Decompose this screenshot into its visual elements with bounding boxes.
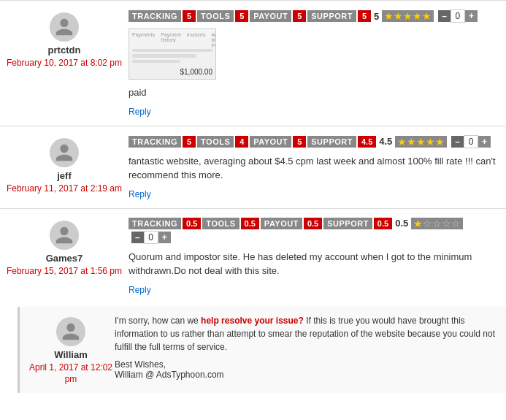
review-content: TRACKING0.5TOOLS0.5PAYOUT0.5SUPPORT0.50.… [123, 218, 500, 295]
vote-controls: –0+ [451, 135, 491, 148]
author-column: Games7February 15, 2017 at 1:56 pm [6, 218, 123, 295]
rating-label-tracking: TRACKING [129, 136, 181, 148]
avatar [50, 12, 79, 42]
rating-label-tracking: TRACKING [129, 10, 181, 22]
overall-score: 0.5 [395, 218, 408, 229]
screenshot-thumbnail: PaymentsPayment historyInvoicesAdd billi… [129, 28, 216, 80]
rating-value-tools: 5 [235, 10, 248, 22]
reply-author-column: WilliamApril 1, 2017 at 12:02 pm [27, 314, 115, 386]
author-date: February 11, 2017 at 2:19 am [7, 183, 122, 195]
review-content: TRACKING5TOOLS4PAYOUT5SUPPORT4.54.5★★★★★… [123, 135, 500, 199]
avatar [50, 221, 79, 250]
author-column: jeffFebruary 11, 2017 at 2:19 am [6, 135, 123, 199]
reply-author-date: April 1, 2017 at 12:02 pm [27, 362, 115, 386]
reply-link[interactable]: Reply [129, 189, 151, 199]
review-content: TRACKING5TOOLS5PAYOUT5SUPPORT55★★★★★–0+ … [123, 9, 500, 117]
rating-bar: TRACKING0.5TOOLS0.5PAYOUT0.5SUPPORT0.50.… [129, 218, 500, 244]
review-item: Games7February 15, 2017 at 1:56 pmTRACKI… [0, 208, 506, 304]
vote-plus-button[interactable]: + [158, 232, 171, 243]
vote-plus-button[interactable]: + [478, 136, 491, 148]
rating-label-payout: PAYOUT [250, 136, 291, 148]
rating-bar: TRACKING5TOOLS5PAYOUT5SUPPORT55★★★★★–0+ [129, 9, 500, 23]
vote-minus-button[interactable]: – [131, 232, 144, 243]
overall-score: 5 [374, 11, 379, 22]
vote-minus-button[interactable]: – [438, 10, 451, 22]
reply-content: I'm sorry, how can we help resolve your … [115, 314, 499, 386]
review-text: paid [129, 85, 500, 100]
review-item: jeffFebruary 11, 2017 at 2:19 amTRACKING… [0, 126, 506, 208]
rating-label-support: SUPPORT [323, 218, 372, 229]
rating-label-tools: TOOLS [202, 218, 239, 229]
rating-value-payout: 5 [293, 136, 306, 148]
author-name: jeff [57, 170, 72, 181]
rating-value-support: 0.5 [374, 218, 392, 229]
vote-minus-button[interactable]: – [451, 136, 464, 148]
rating-value-support: 4.5 [358, 136, 376, 148]
author-date: February 15, 2017 at 1:56 pm [7, 265, 122, 278]
vote-controls: –0+ [131, 231, 171, 244]
rating-label-tools: TOOLS [197, 136, 234, 148]
vote-count: 0 [144, 231, 158, 244]
rating-value-tracking: 5 [183, 10, 196, 22]
author-date: February 10, 2017 at 8:02 pm [7, 57, 122, 69]
avatar [50, 138, 79, 167]
rating-value-tools: 4 [235, 136, 248, 148]
reply-text: I'm sorry, how can we help resolve your … [115, 314, 499, 354]
reviews-container: prtctdnFebruary 10, 2017 at 8:02 pmTRACK… [0, 0, 506, 393]
rating-bar: TRACKING5TOOLS4PAYOUT5SUPPORT4.54.5★★★★★… [129, 135, 500, 148]
vote-count: 0 [464, 135, 478, 148]
rating-label-payout: PAYOUT [250, 10, 291, 22]
vote-plus-button[interactable]: + [465, 10, 478, 22]
rating-label-support: SUPPORT [307, 10, 356, 22]
rating-value-payout: 0.5 [304, 218, 322, 229]
author-name: Games7 [46, 253, 83, 264]
rating-value-tracking: 5 [183, 136, 196, 148]
rating-label-support: SUPPORT [307, 136, 356, 148]
rating-value-support: 5 [358, 10, 371, 22]
review-text: Quorum and impostor site. He has deleted… [129, 250, 500, 278]
reply-author-name: William [54, 349, 87, 360]
author-column: prtctdnFebruary 10, 2017 at 8:02 pm [6, 9, 123, 117]
avatar [56, 317, 85, 346]
reply-link[interactable]: Reply [129, 285, 151, 295]
reply-box: WilliamApril 1, 2017 at 12:02 pmI'm sorr… [18, 307, 506, 394]
rating-value-payout: 5 [293, 10, 306, 22]
reply-link[interactable]: Reply [129, 107, 151, 117]
rating-value-tools: 0.5 [241, 218, 259, 229]
overall-score: 4.5 [379, 136, 392, 147]
rating-label-payout: PAYOUT [261, 218, 302, 229]
review-text: fantastic website, averaging about $4.5 … [129, 154, 500, 183]
reply-signature: Best Wishes, William @ AdsTyphoon.com [115, 359, 499, 380]
rating-label-tracking: TRACKING [129, 218, 181, 229]
rating-value-tracking: 0.5 [183, 218, 201, 229]
vote-controls: –0+ [438, 9, 478, 23]
review-item: prtctdnFebruary 10, 2017 at 8:02 pmTRACK… [0, 0, 506, 126]
rating-label-tools: TOOLS [197, 10, 234, 22]
vote-count: 0 [451, 9, 465, 23]
author-name: prtctdn [48, 45, 81, 56]
